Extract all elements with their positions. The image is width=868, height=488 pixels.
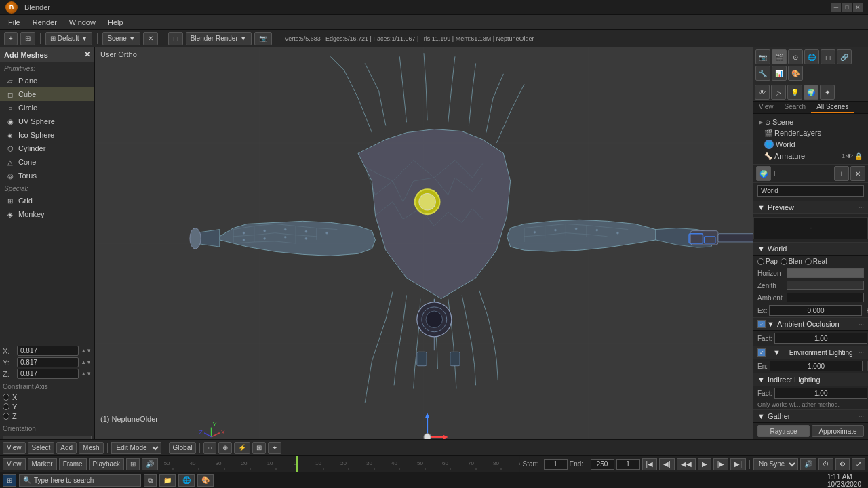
current-frame-input[interactable] xyxy=(616,459,640,470)
env-lighting-header[interactable]: ✓ ▼ Environment Lighting ··· xyxy=(753,346,868,359)
rpanel-icon-scene[interactable]: ⊙ xyxy=(788,49,803,64)
world-props-active-icon[interactable]: 🌍 xyxy=(756,166,771,181)
scene-tab-search[interactable]: Search xyxy=(779,102,812,113)
playback-mode-btn[interactable]: ⊞ xyxy=(126,458,140,470)
mesh-cube[interactable]: ◻ Cube xyxy=(0,87,94,101)
scene-tab-view[interactable]: View xyxy=(753,102,779,113)
blender-taskbar[interactable]: 🎨 xyxy=(197,474,214,487)
add-button[interactable]: Add xyxy=(56,442,77,454)
rpanel-icon-world[interactable]: 🌐 xyxy=(804,49,819,64)
sync-select[interactable]: No Sync xyxy=(753,458,798,470)
overlay-btn[interactable]: ⊞ xyxy=(252,442,266,454)
mesh-monkey[interactable]: ◈ Monkey xyxy=(0,207,94,221)
ao-section-header[interactable]: ✓ ▼ Ambient Occlusion ··· xyxy=(753,317,868,331)
constraint-z-radio[interactable]: Z xyxy=(3,411,92,421)
render-mode-icon[interactable]: ◻ xyxy=(168,32,183,45)
mesh-button[interactable]: Mesh xyxy=(79,442,103,454)
jump-start-btn[interactable]: |◀ xyxy=(642,458,658,470)
audio-sync-btn[interactable]: 🔊 xyxy=(800,458,816,470)
indirect-fact-input[interactable] xyxy=(774,388,867,399)
z-input[interactable] xyxy=(17,369,79,379)
menu-help[interactable]: Help xyxy=(102,17,129,28)
mesh-torus[interactable]: ◎ Torus xyxy=(0,169,94,182)
timeline-marker-btn[interactable]: Marker xyxy=(28,458,57,470)
rpanel-icon-lamp[interactable]: 💡 xyxy=(787,85,802,100)
viewport[interactable]: User Ortho (1) NeptuneOlder xyxy=(95,47,753,439)
rpanel-icon-render[interactable]: ▷ xyxy=(771,85,786,100)
indirect-lighting-header[interactable]: ▼ Indirect Lighting ··· xyxy=(753,373,868,386)
ao-checkbox[interactable]: ✓ xyxy=(757,320,766,328)
timeline-frame-btn[interactable]: Frame xyxy=(59,458,87,470)
snap-btn[interactable]: ⊕ xyxy=(218,442,232,454)
clock-btn[interactable]: ⏱ xyxy=(818,458,833,470)
mode-select[interactable]: Edit Mode xyxy=(111,442,161,454)
chrome-taskbar[interactable]: 🌐 xyxy=(178,474,195,487)
file-explorer-taskbar[interactable]: 📁 xyxy=(159,474,176,487)
play-reverse-btn[interactable]: ◀◀ xyxy=(677,458,696,470)
mirror-btn[interactable]: ⚡ xyxy=(234,442,250,454)
scene-tree-item-scene[interactable]: ▶ ⊙ Scene xyxy=(756,117,865,127)
select-button[interactable]: Select xyxy=(28,442,55,454)
rpanel-icon-particles[interactable]: ✦ xyxy=(820,85,835,100)
gizmo-btn[interactable]: ✦ xyxy=(268,442,281,454)
open-button[interactable]: ⊞ xyxy=(20,32,35,45)
pap-radio[interactable]: Pap xyxy=(757,258,778,265)
gather-section-header[interactable]: ▼ Gather ··· xyxy=(753,409,868,423)
mesh-cylinder[interactable]: ⬡ Cylinder xyxy=(0,142,94,155)
close-button[interactable]: ✕ xyxy=(853,3,863,12)
mesh-circle[interactable]: ○ Circle xyxy=(0,101,94,115)
mesh-cone[interactable]: △ Cone xyxy=(0,155,94,169)
ambient-color-swatch[interactable] xyxy=(787,293,864,302)
camera-icon-btn[interactable]: 📷 xyxy=(254,32,272,45)
menu-file[interactable]: File xyxy=(3,17,26,28)
mesh-plane[interactable]: ▱ Plane xyxy=(0,74,94,87)
step-back-btn[interactable]: ◀| xyxy=(659,458,675,470)
scene-tab-all-scenes[interactable]: All Scenes xyxy=(811,102,854,113)
view-button[interactable]: View xyxy=(3,442,26,454)
env-checkbox[interactable]: ✓ xyxy=(757,348,766,357)
blen-radio[interactable]: Blen xyxy=(781,258,802,265)
raytrace-button[interactable]: Raytrace xyxy=(757,425,810,437)
rpanel-icon-view[interactable]: 👁 xyxy=(755,85,770,100)
timeline-playback-btn[interactable]: Playback xyxy=(89,458,125,470)
new-button[interactable]: + xyxy=(4,32,18,45)
env-en-input[interactable] xyxy=(770,361,863,371)
world-close-icon[interactable]: ✕ xyxy=(850,166,865,181)
play-btn[interactable]: ▶ xyxy=(698,458,711,470)
global-button[interactable]: Global xyxy=(169,442,197,454)
start-input[interactable] xyxy=(544,459,568,470)
y-input[interactable] xyxy=(17,357,79,367)
menu-render[interactable]: Render xyxy=(27,17,62,28)
mesh-grid[interactable]: ⊞ Grid xyxy=(0,194,94,207)
maximize-button[interactable]: □ xyxy=(842,3,852,12)
rpanel-icon-render-layers[interactable]: 🎬 xyxy=(772,49,787,64)
preview-section-header[interactable]: ▼ Preview ··· xyxy=(753,201,868,214)
start-button[interactable]: ⊞ xyxy=(3,474,16,487)
orientation-select[interactable]: Global xyxy=(3,436,92,439)
close-scene-button[interactable]: ✕ xyxy=(143,32,158,45)
mesh-uv-sphere[interactable]: ◉ UV Sphere xyxy=(0,115,94,128)
constraint-y-radio[interactable]: Y xyxy=(3,402,92,411)
world-section-header[interactable]: ▼ World ··· xyxy=(753,242,868,256)
timeline-view-btn[interactable]: View xyxy=(3,458,26,470)
mesh-ico-sphere[interactable]: ◈ Ico Sphere xyxy=(0,128,94,142)
scene-tree-item-world[interactable]: 🌐 World xyxy=(756,138,865,150)
fullscreen-btn[interactable]: ⤢ xyxy=(852,458,865,470)
scene-tree-item-renderlayers[interactable]: 🎬 RenderLayers xyxy=(756,127,865,138)
rpanel-icon-modifiers[interactable]: 🔧 xyxy=(755,66,770,81)
step-forward-btn[interactable]: |▶ xyxy=(713,458,729,470)
renderer-selector[interactable]: Blender Render ▼ xyxy=(186,32,252,45)
rpanel-icon-constraints[interactable]: 🔗 xyxy=(837,49,852,64)
ao-fact-input[interactable] xyxy=(774,333,867,344)
rpanel-icon-world-props[interactable]: 🌍 xyxy=(804,85,818,100)
constraint-x-radio[interactable]: X xyxy=(3,392,92,402)
menu-window[interactable]: Window xyxy=(64,17,101,28)
jump-end-btn[interactable]: ▶| xyxy=(730,458,746,470)
scene-selector[interactable]: Scene ▼ xyxy=(102,32,140,45)
ex-input[interactable] xyxy=(769,305,862,316)
x-input[interactable] xyxy=(17,346,79,356)
rpanel-icon-camera[interactable]: 📷 xyxy=(755,49,770,64)
rpanel-icon-material[interactable]: 🎨 xyxy=(788,66,803,81)
scene-tree-item-armature[interactable]: 🦴 Armature 1 👁 🔒 xyxy=(756,150,865,161)
timeline-settings-btn[interactable]: ⚙ xyxy=(835,458,850,470)
